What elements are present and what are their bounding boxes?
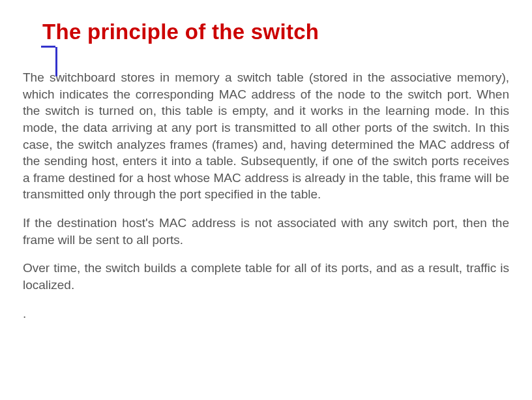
title-vertical-line [55,47,57,76]
slide-title: The principle of the switch [42,20,509,44]
slide-content: The switchboard stores in memory a switc… [23,69,509,322]
title-underline [41,46,55,48]
paragraph-1: The switchboard stores in memory a switc… [23,69,509,203]
paragraph-4: . [23,305,509,322]
title-container: The principle of the switch [23,20,509,44]
paragraph-3: Over time, the switch builds a complete … [23,260,509,293]
paragraph-2: If the destination host's MAC address is… [23,215,509,248]
slide-container: The principle of the switch The switchbo… [0,0,532,400]
